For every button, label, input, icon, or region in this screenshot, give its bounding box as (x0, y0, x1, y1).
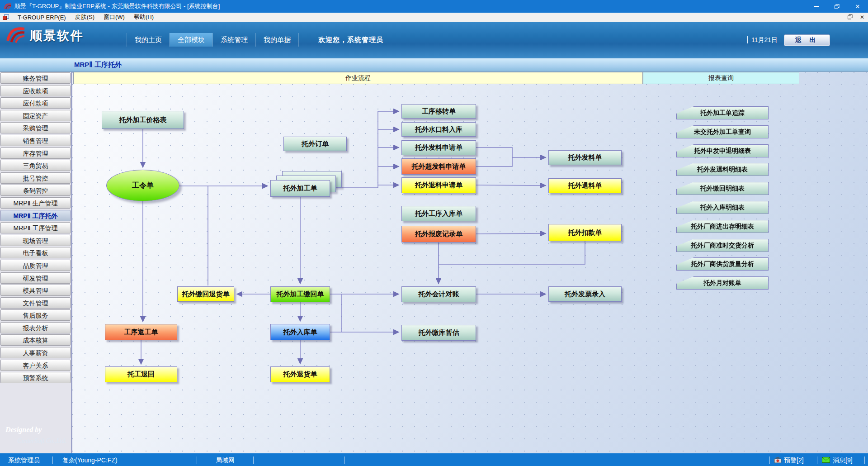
node-provisional-estimate[interactable]: 托外缴库暂估 (401, 325, 476, 341)
status-separator (769, 456, 770, 464)
node-process-warehouse-in[interactable]: 托外工序入库单 (401, 206, 476, 221)
exit-button[interactable]: 退 出 (784, 34, 830, 46)
alert-icon[interactable] (774, 457, 782, 463)
node-over-issue-request[interactable]: 托外超发料申请单 (401, 158, 476, 175)
sidebar-item-19[interactable]: 售后服务 (0, 309, 71, 321)
tab-0[interactable]: 我的主页 (127, 33, 170, 47)
menu-bar: T-GROUP ERP(E) 皮肤(S) 窗口(W) 帮助(H) ✕ (0, 13, 868, 22)
sidebar-item-16[interactable]: 研发管理 (0, 272, 71, 284)
sidebar-item-0[interactable]: 账务管理 (0, 72, 71, 84)
report-item-0[interactable]: 托外加工单追踪 (676, 106, 769, 119)
node-invoice-entry[interactable]: 托外发票录入 (548, 286, 622, 302)
welcome-text: 欢迎您，系统管理员 (318, 33, 383, 47)
status-user: 系统管理员 (8, 453, 40, 466)
node-issue-sheet[interactable]: 托外发料单 (548, 150, 622, 165)
report-item-5[interactable]: 托外入库明细表 (676, 201, 769, 214)
menu-help[interactable]: 帮助(H) (129, 13, 158, 21)
sidebar-item-14[interactable]: 电子看板 (0, 247, 71, 258)
sidebar-item-15[interactable]: 品质管理 (0, 260, 71, 271)
sidebar-item-23[interactable]: 客户关系 (0, 360, 71, 371)
header-date: 11月21日 (747, 33, 778, 47)
page-title-bar: MRPⅡ 工序托外 (0, 58, 868, 72)
node-return-sheet[interactable]: 托外退料单 (548, 178, 622, 193)
node-transfer-sheet[interactable]: 工序移转单 (401, 104, 476, 119)
node-work-return[interactable]: 托工退回 (105, 366, 177, 382)
sidebar: 账务管理应收款项应付款项固定资产采购管理销售管理库存管理三角贸易批号管控条码管控… (0, 72, 72, 453)
sidebar-item-21[interactable]: 成本核算 (0, 334, 71, 346)
sidebar-banner: Designed by CenterSoft Co.,Ltd. (0, 422, 71, 452)
report-item-4[interactable]: 托外缴回明细表 (676, 182, 769, 195)
date-divider (747, 36, 748, 43)
node-return-request[interactable]: 托外退料申请单 (401, 177, 476, 193)
sidebar-item-8[interactable]: 批号管控 (0, 172, 71, 184)
status-machine: 复杂(Young-PC:FZ) (62, 453, 118, 466)
sidebar-item-24[interactable]: 预警系统 (0, 372, 71, 383)
app-logo-icon (4, 3, 12, 10)
tab-2[interactable]: 系统管理 (212, 33, 255, 47)
status-separator (197, 456, 197, 464)
erp-window: 顺景『T-GROUP』制造业ERP系统 - 东莞顺景软件科技有限公司 - [系统… (0, 0, 868, 466)
node-process-handback[interactable]: 托外加工缴回单 (270, 286, 330, 302)
sidebar-item-18[interactable]: 文件管理 (0, 297, 71, 309)
sidebar-item-5[interactable]: 销售管理 (0, 135, 71, 146)
node-process-sheet[interactable]: 托外加工单 (270, 180, 330, 197)
brand-logo-text: 顺景软件 (30, 28, 84, 44)
flow-panel: 作业流程 报表查询 托外加工价格表工令单托外订单托外加工单工序移转单托外水口料入… (72, 72, 868, 453)
mdi-document-icon (2, 14, 9, 20)
mdi-close-icon[interactable]: ✕ (860, 14, 864, 20)
status-separator (344, 456, 345, 464)
node-scrap-record[interactable]: 托外报废记录单 (401, 226, 476, 243)
date-text: 11月21日 (751, 33, 778, 47)
menu-tgroup-erp[interactable]: T-GROUP ERP(E) (13, 14, 71, 21)
mdi-restore-icon[interactable] (848, 14, 853, 21)
window-title: 顺景『T-GROUP』制造业ERP系统 - 东莞顺景软件科技有限公司 - [系统… (14, 2, 220, 10)
sidebar-item-9[interactable]: 条码管控 (0, 185, 71, 196)
node-rework-sheet[interactable]: 工序返工单 (105, 324, 177, 340)
sidebar-item-1[interactable]: 应收款项 (0, 85, 71, 96)
report-item-2[interactable]: 托外申发申退明细表 (676, 144, 769, 157)
sidebar-item-12[interactable]: MRPⅡ 工序管理 (0, 222, 71, 233)
report-item-1[interactable]: 未交托外加工单查询 (676, 125, 769, 138)
sidebar-item-13[interactable]: 现场管理 (0, 235, 71, 246)
envelope-icon[interactable] (822, 457, 830, 463)
node-handback-return[interactable]: 托外缴回退货单 (177, 286, 234, 302)
sidebar-item-17[interactable]: 模具管理 (0, 285, 71, 296)
sidebar-item-22[interactable]: 人事薪资 (0, 347, 71, 358)
node-goods-return[interactable]: 托外退货单 (270, 366, 330, 382)
close-icon[interactable]: ✕ (847, 0, 868, 13)
report-item-9[interactable]: 托外月对账单 (676, 276, 769, 290)
menu-skin[interactable]: 皮肤(S) (71, 13, 99, 21)
sidebar-item-2[interactable]: 应付款项 (0, 97, 71, 109)
sidebar-item-11[interactable]: MRPⅡ 工序托外 (0, 210, 71, 221)
sidebar-item-4[interactable]: 采购管理 (0, 122, 71, 133)
report-item-7[interactable]: 托外厂商准时交货分析 (676, 239, 769, 252)
node-deduction-sheet[interactable]: 托外扣款单 (548, 224, 622, 241)
sidebar-item-20[interactable]: 报表分析 (0, 322, 71, 333)
brand-logo: 顺景软件 (5, 26, 84, 46)
tab-3[interactable]: 我的单据 (255, 33, 299, 47)
node-price-list[interactable]: 托外加工价格表 (102, 111, 184, 129)
sidebar-item-3[interactable]: 固定资产 (0, 110, 71, 121)
report-item-6[interactable]: 托外厂商进出存明细表 (676, 220, 769, 233)
sidebar-item-6[interactable]: 库存管理 (0, 147, 71, 159)
report-item-3[interactable]: 托外发退料明细表 (676, 163, 769, 176)
sidebar-item-10[interactable]: MRPⅡ 生产管理 (0, 197, 71, 209)
minimize-icon[interactable] (806, 0, 826, 13)
node-work-order[interactable]: 工令单 (106, 170, 179, 201)
status-network: 局域网 (216, 453, 235, 466)
restore-icon[interactable] (826, 0, 847, 13)
tab-1[interactable]: 全部模块 (170, 33, 212, 47)
sidebar-item-7[interactable]: 三角贸易 (0, 160, 71, 171)
node-sprue-material-in[interactable]: 托外水口料入库 (401, 122, 476, 137)
status-alert[interactable]: 预警[2] (784, 453, 804, 466)
sidebar-list: 账务管理应收款项应付款项固定资产采购管理销售管理库存管理三角贸易批号管控条码管控… (0, 72, 71, 383)
node-outsource-order[interactable]: 托外订单 (283, 137, 347, 151)
menu-window[interactable]: 窗口(W) (99, 13, 129, 21)
company-text: CenterSoft Co.,Ltd. (0, 434, 71, 445)
status-separator (253, 456, 254, 464)
report-item-8[interactable]: 托外厂商供货质量分析 (676, 257, 769, 271)
node-warehouse-in[interactable]: 托外入库单 (270, 324, 330, 340)
node-issue-request[interactable]: 托外发料申请单 (401, 140, 476, 155)
node-accounting-recon[interactable]: 托外会计对账 (401, 286, 476, 302)
status-message[interactable]: 消息[9] (833, 453, 853, 466)
